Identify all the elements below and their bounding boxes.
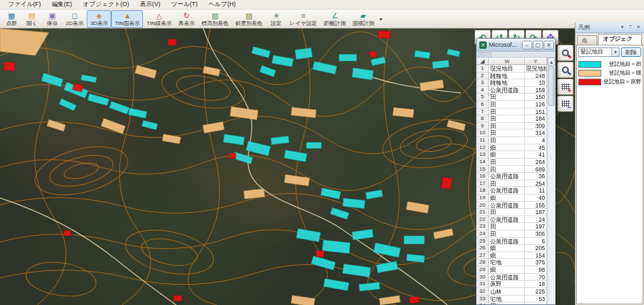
table-row[interactable]: 9 田 309 — [477, 123, 555, 130]
table-row[interactable]: 33 宅地 53 — [477, 296, 555, 303]
row-number[interactable]: 25 — [477, 238, 489, 245]
toolbar-button[interactable]: ▲ TIN面表示 — [111, 10, 143, 28]
row-number[interactable]: 26 — [477, 245, 489, 252]
cell-land-category[interactable]: 雑種地 — [489, 79, 525, 87]
table-row[interactable]: 24 田 306 — [477, 230, 555, 238]
cell-land-area[interactable]: 現況地積 — [525, 65, 547, 73]
toolbar-button[interactable]: ◈ 3D表示 — [87, 10, 111, 28]
cell-land-category[interactable]: 田 — [489, 159, 525, 166]
row-number[interactable]: 27 — [477, 252, 489, 260]
cell-land-area[interactable] — [525, 302, 547, 304]
cell-land-category[interactable]: 宅地 — [489, 296, 525, 303]
row-number[interactable]: 2 — [477, 73, 489, 80]
toolbar-button[interactable]: ▦ 点群 — [1, 10, 22, 28]
row-number[interactable]: 24 — [477, 230, 489, 238]
toolbar-button[interactable]: ≡ レイヤ設定 — [286, 10, 321, 28]
legend-category-dropdown[interactable]: 登記地目 ▼ — [578, 47, 620, 57]
table-row[interactable]: 28 宅地 375 — [477, 259, 555, 266]
vertical-scrollbar[interactable]: ▲ — [547, 58, 555, 304]
panel-pin-icon[interactable]: ⊤ — [626, 24, 635, 31]
cell-land-category[interactable]: 畑 — [489, 266, 525, 274]
row-number[interactable]: 4 — [477, 87, 489, 94]
row-number[interactable]: 19 — [477, 195, 489, 202]
cell-land-category[interactable]: 公衆用道路 — [489, 202, 525, 209]
table-row[interactable]: 20 公衆用道路 155 — [477, 202, 555, 209]
cell-land-category[interactable]: 公衆用道路 — [489, 238, 525, 245]
panel-tab[interactable]: オブジェクト — [598, 34, 642, 45]
close-button[interactable]: ✕ — [544, 41, 554, 49]
toolbar-button[interactable]: ▰ 面積計測 — [349, 10, 378, 28]
cell-land-area[interactable]: 70 — [525, 274, 547, 281]
table-row[interactable]: 12 畑 45 — [477, 144, 555, 152]
cell-land-category[interactable]: 田 — [489, 137, 525, 144]
row-number[interactable]: 29 — [477, 266, 489, 274]
cell-land-category[interactable]: 田 — [489, 101, 525, 108]
cell-land-area[interactable]: 45 — [525, 144, 547, 152]
row-number[interactable]: 13 — [477, 151, 489, 159]
cell-land-category[interactable]: 原野 — [489, 281, 525, 288]
cell-land-area[interactable]: 306 — [525, 230, 547, 238]
table-row[interactable]: 4 公衆用道路 159 — [477, 87, 555, 94]
table-row[interactable]: 21 田 187 — [477, 209, 555, 216]
toolbar-button[interactable]: ✳ 設定 — [266, 10, 286, 28]
row-number[interactable]: 11 — [477, 137, 489, 144]
cell-land-category[interactable]: 宅地 — [489, 259, 525, 266]
row-number[interactable]: 21 — [477, 209, 489, 216]
table-row[interactable]: 6 田 126 — [477, 101, 555, 108]
cell-land-area[interactable]: 154 — [525, 252, 547, 260]
cell-land-category[interactable]: 畑 — [489, 252, 525, 260]
row-number[interactable]: 6 — [477, 101, 489, 108]
cell-land-area[interactable]: 151 — [525, 108, 547, 116]
table-row[interactable]: 1 現況地目 現況地積 — [477, 65, 555, 73]
cell-land-area[interactable]: 150 — [525, 94, 547, 101]
toolbar-overflow-chevron-icon[interactable]: ▾ — [378, 16, 384, 22]
cell-land-category[interactable]: 畑 — [489, 144, 525, 152]
row-number[interactable]: 22 — [477, 216, 489, 224]
table-row[interactable]: 13 畑 41 — [477, 151, 555, 159]
cell-land-category[interactable]: 田 — [489, 94, 525, 101]
table-row[interactable]: 7 田 151 — [477, 108, 555, 116]
row-number[interactable]: 12 — [477, 144, 489, 152]
minimize-button[interactable]: – — [522, 41, 532, 49]
cell-land-category[interactable]: 田 — [489, 180, 525, 188]
cell-land-area[interactable]: 375 — [525, 259, 547, 266]
toolbar-button[interactable]: ▨ 斜度別着色 — [232, 10, 266, 28]
cell-land-area[interactable]: 11 — [525, 187, 547, 195]
table-row[interactable]: 25 公衆用道路 6 — [477, 238, 555, 245]
spreadsheet-title-bar[interactable]: X Microsof... – ▢ ✕ — [477, 39, 555, 52]
row-number[interactable]: 8 — [477, 115, 489, 123]
cell-land-area[interactable]: 6 — [525, 238, 547, 245]
table-row[interactable]: 30 公衆用道路 70 — [477, 274, 555, 281]
zoom-button[interactable]: + — [557, 45, 573, 61]
cell-land-category[interactable]: 公衆用道路 — [489, 87, 525, 94]
row-number[interactable]: 17 — [477, 180, 489, 188]
row-number[interactable]: 7 — [477, 108, 489, 116]
table-row[interactable]: 23 田 197 — [477, 223, 555, 230]
table-row[interactable]: 34 田 — [477, 302, 555, 304]
cell-land-area[interactable]: 126 — [525, 101, 547, 108]
table-row[interactable]: 5 田 150 — [477, 94, 555, 101]
table-row[interactable]: 15 田 689 — [477, 166, 555, 174]
cell-land-area[interactable]: 205 — [525, 245, 547, 252]
cell-land-area[interactable]: 53 — [525, 296, 547, 303]
table-row[interactable]: 17 田 254 — [477, 180, 555, 188]
cell-land-area[interactable]: 254 — [525, 180, 547, 188]
table-row[interactable]: 10 田 314 — [477, 129, 555, 137]
row-number[interactable]: 15 — [477, 166, 489, 174]
delete-button[interactable]: 削除 — [621, 47, 641, 57]
cell-land-area[interactable]: 18 — [525, 281, 547, 288]
cell-land-category[interactable]: 田 — [489, 129, 525, 137]
cell-land-area[interactable]: 98 — [525, 266, 547, 274]
row-number[interactable]: 23 — [477, 223, 489, 230]
cell-land-area[interactable]: 264 — [525, 159, 547, 166]
spreadsheet-grid[interactable]: ◢ W Y 1 現況地目 現況地積 2 雑種地 248 3 雑種地 — [477, 58, 555, 304]
toolbar-button[interactable]: ∠ 距離計測 — [321, 10, 349, 28]
cell-land-area[interactable]: 248 — [525, 73, 547, 80]
row-number[interactable]: 14 — [477, 159, 489, 166]
cell-land-category[interactable]: 畑 — [489, 245, 525, 252]
table-row[interactable]: 14 田 264 — [477, 159, 555, 166]
table-row[interactable]: 19 畑 40 — [477, 195, 555, 202]
cell-land-category[interactable]: 田 — [489, 230, 525, 238]
table-row[interactable]: 31 原野 18 — [477, 281, 555, 288]
table-row[interactable]: 29 畑 98 — [477, 266, 555, 274]
